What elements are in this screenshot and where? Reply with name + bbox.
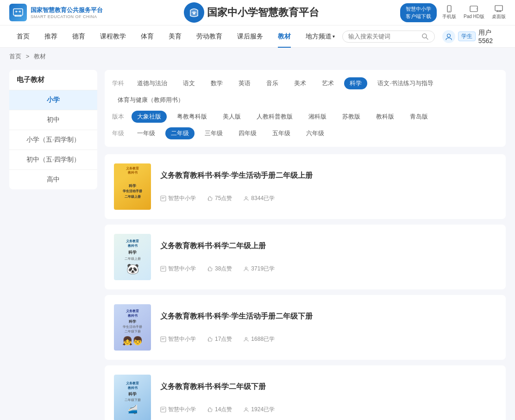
book-info-3: 义务教育教科书·科学·学生活动手册二年级下册 智慧中小学 17点赞 168 <box>160 312 496 343</box>
nav-course[interactable]: 课程教学 <box>93 25 133 48</box>
edition-label: 版本 <box>112 113 127 121</box>
edition-meiren[interactable]: 美人版 <box>217 111 246 123</box>
grade-6[interactable]: 六年级 <box>301 127 330 139</box>
nav-home[interactable]: 首页 <box>9 25 37 48</box>
sidebar: 电子教材 小学 初中 小学（五·四学制） 初中（五·四学制） 高中 <box>9 70 97 420</box>
nav-afterschool[interactable]: 课后服务 <box>230 25 270 48</box>
content-area: 学科 道德与法治 语文 数学 英语 音乐 美术 艺术 科学 语文·书法练习与指导… <box>105 70 506 420</box>
book-source-1: 智慧中小学 <box>160 194 196 202</box>
edition-xiangke[interactable]: 湘科版 <box>303 111 332 123</box>
svg-point-7 <box>477 8 477 9</box>
sidebar-item-senior[interactable]: 高中 <box>9 169 97 189</box>
platform-title-area: 国家中小学智慧教育平台 <box>184 2 319 23</box>
book-cover-4: 义务教育教科书 科学 二年级下册 🚄 <box>114 375 151 420</box>
pc-device[interactable]: 桌面版 <box>492 5 506 20</box>
grade-3[interactable]: 三年级 <box>199 127 228 139</box>
svg-rect-0 <box>13 9 23 15</box>
book-info-4: 义务教育教科书·科学二年级下册 智慧中小学 14点赞 1924已学 <box>160 382 496 414</box>
nav-recommend[interactable]: 推荐 <box>37 25 65 48</box>
edition-sujiao[interactable]: 苏教版 <box>337 111 366 123</box>
svg-point-3 <box>193 13 195 15</box>
device-icons: 手机版 Pad HD版 桌面版 <box>442 5 506 20</box>
pad-device[interactable]: Pad HD版 <box>464 5 484 20</box>
breadcrumb-home[interactable]: 首页 <box>9 53 21 60</box>
book-card-1[interactable]: 义务教育教科书 科学学生活动手册二年级上册 义务教育教科书·科学·学生活动手册二… <box>105 154 506 219</box>
phone-label: 手机版 <box>442 13 456 20</box>
book-info-1: 义务教育教科书·科学·学生活动手册二年级上册 智慧中小学 75点赞 834 <box>160 171 496 202</box>
subject-math[interactable]: 数学 <box>205 77 228 89</box>
platform-title: 国家中小学智慧教育平台 <box>207 6 319 19</box>
breadcrumb-current: 教材 <box>34 53 46 60</box>
book-likes-4: 14点赞 <box>207 406 232 414</box>
search-bar[interactable] <box>342 31 435 43</box>
svg-point-12 <box>245 197 247 199</box>
book-title-1: 义务教育教科书·科学·学生活动手册二年级上册 <box>160 171 496 181</box>
main-nav: 首页 推荐 德育 课程教学 体育 美育 劳动教育 课后服务 教材 地方频道 ▾ … <box>0 25 515 48</box>
grade-label: 年级 <box>112 129 127 138</box>
edition-filter-row: 版本 大象社版 粤教粤科版 美人版 人教科普教版 湘科版 苏教版 教科版 青岛版 <box>112 111 498 123</box>
edition-yujiao[interactable]: 粤教粤科版 <box>171 111 213 123</box>
svg-rect-8 <box>495 6 502 11</box>
subject-moral[interactable]: 道德与法治 <box>132 77 173 89</box>
breadcrumb: 首页 > 教材 <box>0 48 515 65</box>
nav-local[interactable]: 地方频道 ▾ <box>298 25 342 48</box>
grade-filter-row: 年级 一年级 二年级 三年级 四年级 五年级 六年级 <box>112 127 498 139</box>
subject-arts[interactable]: 艺术 <box>316 77 339 89</box>
book-card-3[interactable]: 义务教育教科书 科学 学生活动手册 二年级下册 👧👦 义务教育教科书·科学·学生… <box>105 295 506 360</box>
edition-daxiang[interactable]: 大象社版 <box>132 111 167 123</box>
main-layout: 电子教材 小学 初中 小学（五·四学制） 初中（五·四学制） 高中 学科 道德与… <box>0 65 515 420</box>
nav-textbook[interactable]: 教材 <box>270 25 298 48</box>
grade-4[interactable]: 四年级 <box>233 127 262 139</box>
download-line2: 客户端下载 <box>406 13 431 20</box>
edition-renjiaokepu[interactable]: 人教科普教版 <box>251 111 298 123</box>
download-button[interactable]: 智慧中小学 客户端下载 <box>400 3 437 22</box>
sidebar-item-junior-54[interactable]: 初中（五·四学制） <box>9 150 97 169</box>
book-card-4[interactable]: 义务教育教科书 科学 二年级下册 🚄 义务教育教科书·科学二年级下册 智慧中小学 <box>105 365 506 420</box>
edition-jiaoke[interactable]: 教科版 <box>371 111 400 123</box>
svg-point-10 <box>447 34 450 37</box>
grade-1[interactable]: 一年级 <box>132 127 161 139</box>
book-meta-3: 智慧中小学 17点赞 1688已学 <box>160 335 496 343</box>
subject-pe[interactable]: 体育与健康（教师用书） <box>112 94 189 106</box>
svg-point-16 <box>245 338 247 339</box>
search-icon[interactable] <box>421 33 429 40</box>
site-logo: 国家智慧教育公共服务平台 SMART EDUCATION OF CHINA <box>9 4 103 21</box>
sidebar-items: 小学 初中 小学（五·四学制） 初中（五·四学制） 高中 <box>9 90 97 189</box>
phone-device[interactable]: 手机版 <box>442 5 456 20</box>
grade-5[interactable]: 五年级 <box>267 127 296 139</box>
nav-sport[interactable]: 体育 <box>133 25 161 48</box>
sidebar-item-primary-54[interactable]: 小学（五·四学制） <box>9 130 97 150</box>
book-learners-2: 3719已学 <box>243 265 275 273</box>
subject-filter-row: 学科 道德与法治 语文 数学 英语 音乐 美术 艺术 科学 语文·书法练习与指导… <box>112 77 498 106</box>
logo-cn: 国家智慧教育公共服务平台 <box>31 6 103 14</box>
subject-chinese[interactable]: 语文 <box>177 77 201 89</box>
book-source-2: 智慧中小学 <box>160 265 196 273</box>
nav-moral[interactable]: 德育 <box>65 25 93 48</box>
subject-music[interactable]: 音乐 <box>261 77 284 89</box>
breadcrumb-sep: > <box>26 53 30 60</box>
book-meta-4: 智慧中小学 14点赞 1924已学 <box>160 406 496 414</box>
nav-art[interactable]: 美育 <box>161 25 189 48</box>
book-list: 义务教育教科书 科学学生活动手册二年级上册 义务教育教科书·科学·学生活动手册二… <box>105 154 506 420</box>
subject-label: 学科 <box>112 79 127 88</box>
nav-labor[interactable]: 劳动教育 <box>189 25 230 48</box>
book-title-2: 义务教育教科书·科学二年级上册 <box>160 241 496 251</box>
svg-rect-6 <box>470 6 477 12</box>
grade-2[interactable]: 二年级 <box>165 127 195 139</box>
logo-text: 国家智慧教育公共服务平台 SMART EDUCATION OF CHINA <box>31 6 103 19</box>
book-cover-3: 义务教育教科书 科学 学生活动手册 二年级下册 👧👦 <box>114 304 151 351</box>
svg-point-5 <box>449 11 450 12</box>
subject-calligraphy[interactable]: 语文·书法练习与指导 <box>372 77 439 89</box>
user-avatar[interactable] <box>442 30 455 43</box>
subject-english[interactable]: 英语 <box>233 77 256 89</box>
book-likes-2: 38点赞 <box>207 265 232 273</box>
book-card-2[interactable]: 义务教育教科书 科学 二年级上册 🐼 义务教育教科书·科学二年级上册 智慧中小学 <box>105 225 506 289</box>
subject-art[interactable]: 美术 <box>289 77 312 89</box>
svg-point-14 <box>245 267 247 269</box>
logo-en: SMART EDUCATION OF CHINA <box>31 14 103 19</box>
edition-qingdao[interactable]: 青岛版 <box>404 111 433 123</box>
sidebar-item-junior[interactable]: 初中 <box>9 110 97 130</box>
subject-science[interactable]: 科学 <box>344 77 367 89</box>
sidebar-item-primary[interactable]: 小学 <box>9 90 97 110</box>
search-input[interactable] <box>348 33 418 40</box>
